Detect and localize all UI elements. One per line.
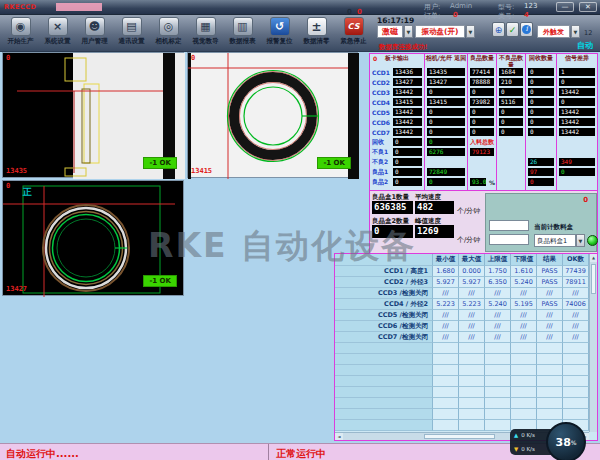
grid-cell: 0 bbox=[526, 77, 556, 87]
grid-cell: 13415 bbox=[425, 97, 467, 107]
value-cell bbox=[537, 354, 563, 365]
value-cell: 78911 bbox=[563, 277, 589, 288]
external-trigger-select[interactable]: 外触发 bbox=[537, 25, 570, 38]
grid-value-box: 0 bbox=[427, 128, 465, 136]
value-cell: /// bbox=[459, 288, 485, 299]
value-cell: /// bbox=[563, 310, 589, 321]
toolbar-item-data-clear[interactable]: ±数据清零 bbox=[298, 16, 335, 46]
avg-speed-unit: 个/分钟 bbox=[457, 206, 480, 216]
value-cell bbox=[485, 387, 511, 398]
toolbar-item-data-report[interactable]: ▥数据报表 bbox=[224, 16, 261, 46]
check-icon[interactable]: ✓ bbox=[506, 22, 519, 37]
grid-cell: 13442 bbox=[557, 117, 597, 127]
value-cell: 74006 bbox=[563, 299, 589, 310]
grid-cell: 97 bbox=[526, 167, 556, 177]
table-row[interactable]: CCD4 / 外径25.2235.2235.2405.195PASS74006 bbox=[335, 299, 589, 310]
value-cell bbox=[485, 376, 511, 387]
value-cell: /// bbox=[459, 332, 485, 343]
camera-view-3[interactable]: 0 正 13427 -1 OK bbox=[2, 180, 184, 296]
vision-teaching-icon: ▦ bbox=[196, 17, 216, 36]
grid-value-box: 79123 bbox=[470, 148, 494, 156]
minimize-button[interactable]: — bbox=[556, 2, 574, 12]
grid-cell bbox=[425, 157, 467, 167]
camera-view-1[interactable]: 0 13435 -1 OK bbox=[2, 52, 184, 178]
panel-zero-value: 0 bbox=[583, 196, 588, 204]
app-logo: RKECCD bbox=[4, 3, 36, 11]
vibrator-button[interactable]: 振动盘(开) bbox=[415, 25, 465, 38]
camera-3-code: 13427 bbox=[6, 285, 27, 293]
value-cell: /// bbox=[537, 332, 563, 343]
counter-left: 0 bbox=[347, 8, 352, 16]
info-icon[interactable]: i bbox=[520, 22, 533, 37]
order-value: 0 bbox=[453, 11, 458, 19]
count-input-1[interactable] bbox=[489, 220, 529, 231]
order-label: 订单: bbox=[424, 11, 440, 21]
grid-cell: 0 bbox=[468, 87, 496, 97]
value-cell bbox=[537, 398, 563, 409]
table-row[interactable]: CCD2 / 外径35.9275.9276.3505.240PASS78911 bbox=[335, 277, 589, 288]
row-label-cell: CCD3 /检测关闭 bbox=[335, 288, 433, 299]
toolbar-item-user-management[interactable]: ☻用户管理 bbox=[76, 16, 113, 46]
grid-value-box: 0 bbox=[470, 118, 494, 126]
close-button[interactable]: ✕ bbox=[579, 2, 597, 12]
value-cell bbox=[485, 354, 511, 365]
grid-cell: 13427 bbox=[425, 77, 467, 87]
value-cell bbox=[537, 365, 563, 376]
current-count-box-select[interactable]: 良品料盒1 bbox=[534, 234, 576, 247]
value-cell: 5.223 bbox=[433, 299, 459, 310]
grid-cell bbox=[557, 177, 597, 187]
value-cell: /// bbox=[459, 321, 485, 332]
gear-icon[interactable]: ⊕ bbox=[492, 22, 505, 37]
value-cell: 5.927 bbox=[459, 277, 485, 288]
value-cell: /// bbox=[433, 310, 459, 321]
count-box-panel: 0 当前计数料盒 良品料盒1 ▼ bbox=[485, 193, 597, 252]
toolbar-item-system-settings[interactable]: ×系统设置 bbox=[39, 16, 76, 46]
excite-dropdown-arrow-icon[interactable]: ▼ bbox=[404, 25, 413, 38]
horizontal-scroll-thumb[interactable] bbox=[424, 434, 495, 439]
scroll-up-arrow-icon[interactable]: ▲ bbox=[590, 254, 597, 262]
row-label-cell: CCD7 /检测关闭 bbox=[335, 332, 433, 343]
grid-cell bbox=[468, 157, 496, 167]
grid-inline-label: 入料总数 bbox=[468, 138, 496, 147]
grid-value-box: 13427 bbox=[393, 78, 422, 86]
grid-value-box: 0 bbox=[499, 88, 523, 96]
row-label-cell bbox=[335, 376, 433, 387]
scroll-left-arrow-icon[interactable]: ◄ bbox=[335, 433, 343, 440]
value-cell: PASS bbox=[537, 277, 563, 288]
toolbar-item-start-production[interactable]: ◉开始生产 bbox=[2, 16, 39, 46]
value-cell: 5.195 bbox=[511, 299, 537, 310]
grid-cell bbox=[557, 137, 597, 147]
excite-button[interactable]: 激磁 bbox=[377, 25, 403, 38]
vertical-scroll-thumb[interactable] bbox=[591, 264, 596, 294]
download-arrow-icon: ▼ bbox=[514, 446, 518, 452]
grid-value-box: 13415 bbox=[427, 98, 465, 106]
results-table-vertical-scrollbar[interactable]: ▲ bbox=[589, 254, 597, 432]
table-row[interactable]: CCD3 /检测关闭////////////////// bbox=[335, 288, 589, 299]
grid-column-header: 相机/光纤 返回 bbox=[425, 54, 467, 67]
grid-value-box: 0 bbox=[559, 78, 595, 86]
memory-usage-ball[interactable]: 38% bbox=[546, 422, 586, 460]
toolbar-item-camera-calibration[interactable]: ◎相机标定 bbox=[150, 16, 187, 46]
table-row[interactable]: CCD7 /检测关闭////////////////// bbox=[335, 332, 589, 343]
count-box-dropdown-arrow-icon[interactable]: ▼ bbox=[576, 234, 585, 247]
user-management-icon: ☻ bbox=[85, 17, 105, 36]
toolbar-item-vision-teaching[interactable]: ▦视觉教导 bbox=[187, 16, 224, 46]
count-input-2[interactable] bbox=[489, 234, 529, 245]
grid-row-label: CCD6 bbox=[370, 119, 391, 126]
toolbar-item-alarm-reset[interactable]: ↺报警复位 bbox=[261, 16, 298, 46]
trigger-dropdown-arrow-icon[interactable]: ▼ bbox=[571, 25, 580, 38]
table-row[interactable]: CCD1 / 高度11.6800.0001.7501.610PASS77439 bbox=[335, 266, 589, 277]
table-row[interactable]: CCD5 /检测关闭////////////////// bbox=[335, 310, 589, 321]
grid-cell: 210 bbox=[497, 77, 525, 87]
toolbar-item-emergency-stop[interactable]: CS紧急停止 bbox=[335, 16, 372, 46]
toolbar-item-comm-settings[interactable]: ▤通讯设置 bbox=[113, 16, 150, 46]
value-cell: 0.000 bbox=[459, 266, 485, 277]
grid-row-label: CCD1 bbox=[370, 69, 391, 76]
camera-view-2[interactable]: 0 13415 -1 OK bbox=[187, 52, 358, 178]
vibrator-dropdown-arrow-icon[interactable]: ▼ bbox=[466, 25, 475, 38]
grid-column-3: 不良品数量168421005116000 bbox=[497, 54, 526, 190]
value-cell: 上限值 bbox=[485, 254, 511, 266]
table-row[interactable]: CCD6 /检测关闭////////////////// bbox=[335, 321, 589, 332]
value-cell: /// bbox=[537, 321, 563, 332]
value-cell bbox=[537, 387, 563, 398]
